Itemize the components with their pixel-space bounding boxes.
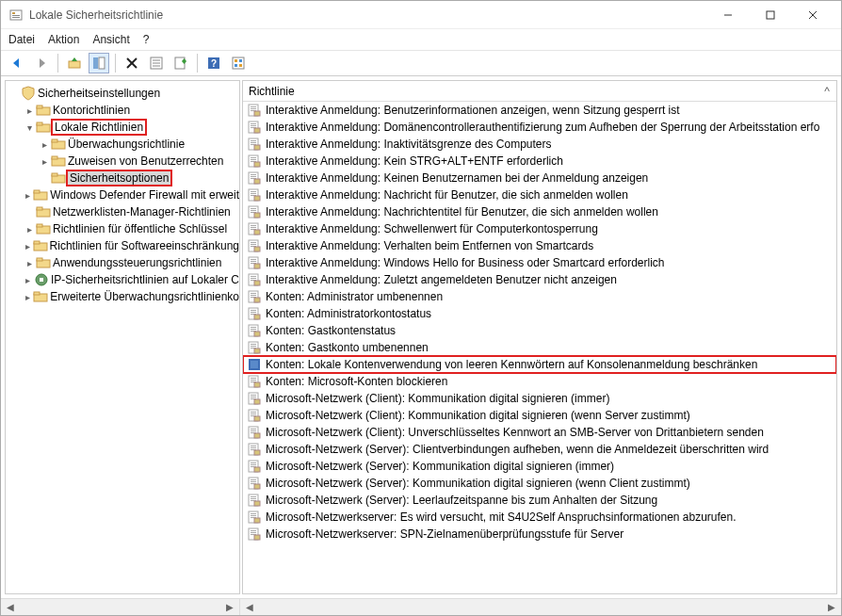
svg-rect-152 xyxy=(251,462,256,463)
list-row[interactable]: Interaktive Anmeldung: Schwellenwert für… xyxy=(243,220,836,237)
list-hscroll-left-icon[interactable]: ◀ xyxy=(242,599,257,614)
folder-icon xyxy=(51,137,66,152)
tree-item[interactable]: ▸Kontorichtlinien xyxy=(6,102,239,119)
list-row[interactable]: Konten: Gastkontenstatus xyxy=(243,322,836,339)
tree-hscroll-right-icon[interactable]: ▶ xyxy=(222,599,237,614)
list-row[interactable]: Microsoft-Netzwerk (Client): Kommunikati… xyxy=(243,407,836,424)
list-row[interactable]: Konten: Gastkonto umbenennen xyxy=(243,339,836,356)
tree-pane[interactable]: Sicherheitseinstellungen ▸Kontorichtlini… xyxy=(5,80,240,594)
list-row[interactable]: Microsoft-Netzwerk (Server): Kommunikati… xyxy=(243,475,836,492)
svg-rect-173 xyxy=(251,532,256,533)
list-row[interactable]: Interaktive Anmeldung: Nachrichtentitel … xyxy=(243,203,836,220)
tree-item[interactable]: ▸Überwachungsrichtlinie xyxy=(6,136,239,153)
list-pane[interactable]: Richtlinie ^ Interaktive Anmeldung: Benu… xyxy=(242,80,837,594)
list-row[interactable]: Interaktive Anmeldung: Domänencontroller… xyxy=(243,119,836,136)
list-row[interactable]: Microsoft-Netzwerk (Client): Unverschlüs… xyxy=(243,424,836,441)
policy-icon xyxy=(247,476,262,491)
list-row-label: Interaktive Anmeldung: Zuletzt angemelde… xyxy=(266,273,617,286)
back-button[interactable] xyxy=(7,53,27,73)
policy-icon xyxy=(247,442,262,457)
export-button[interactable] xyxy=(170,53,191,73)
list-row[interactable]: Interaktive Anmeldung: Zuletzt angemelde… xyxy=(243,271,836,288)
expander-icon[interactable]: ▾ xyxy=(23,122,36,133)
list-row[interactable]: Konten: Lokale Kontenverwendung von leer… xyxy=(243,356,836,373)
policy-icon xyxy=(247,103,262,118)
tree-item-label: Anwendungssteuerungsrichtlinien xyxy=(53,256,221,269)
tree-item[interactable]: ▸Anwendungssteuerungsrichtlinien xyxy=(6,254,239,271)
up-button[interactable] xyxy=(64,53,85,73)
forward-button[interactable] xyxy=(31,53,52,73)
list-row[interactable]: Microsoft-Netzwerk (Server): Kommunikati… xyxy=(243,458,836,475)
tree-item[interactable]: ▸Windows Defender Firewall mit erweit xyxy=(6,186,239,203)
tree-item[interactable]: ▾Lokale Richtlinien xyxy=(6,119,239,136)
svg-rect-140 xyxy=(254,416,260,421)
svg-rect-127 xyxy=(251,378,256,379)
list-row-label: Interaktive Anmeldung: Benutzerinformati… xyxy=(266,104,680,117)
list-row[interactable]: Microsoft-Netzwerk (Server): Leerlaufzei… xyxy=(243,492,836,509)
svg-rect-85 xyxy=(251,225,256,226)
list-row[interactable]: Interaktive Anmeldung: Keinen Benutzerna… xyxy=(243,170,836,186)
tree-hscroll-left-icon[interactable]: ◀ xyxy=(3,599,18,614)
list-row[interactable]: Interaktive Anmeldung: Inaktivitätsgrenz… xyxy=(243,136,836,153)
menu-help[interactable]: ? xyxy=(143,33,150,46)
maximize-button[interactable] xyxy=(749,1,791,29)
list-row[interactable]: Interaktive Anmeldung: Windows Hello for… xyxy=(243,254,836,271)
policy-icon xyxy=(247,272,262,287)
policy-icon xyxy=(247,357,262,372)
tree-item[interactable]: ▸Richtlinien für Softwareeinschränkung xyxy=(6,237,239,254)
list-row[interactable]: Microsoft-Netzwerkserver: Es wird versuc… xyxy=(243,509,836,526)
expander-icon[interactable]: ▸ xyxy=(38,156,51,167)
svg-rect-116 xyxy=(251,329,256,330)
policy-icon xyxy=(247,255,262,270)
list-row[interactable]: Konten: Microsoft-Konten blockieren xyxy=(243,373,836,390)
list-row[interactable]: Konten: Administratorkontostatus xyxy=(243,305,836,322)
menu-file[interactable]: Datei xyxy=(8,33,35,46)
list-row[interactable]: Interaktive Anmeldung: Verhalten beim En… xyxy=(243,237,836,254)
list-row[interactable]: Interaktive Anmeldung: Kein STRG+ALT+ENT… xyxy=(243,153,836,170)
expander-icon[interactable]: ▸ xyxy=(23,292,33,302)
tree-item-label: Sicherheitsoptionen xyxy=(68,171,170,185)
list-row[interactable]: Microsoft-Netzwerkserver: SPN-Zielnamenü… xyxy=(243,526,836,543)
column-richtlinie[interactable]: Richtlinie xyxy=(249,85,818,98)
svg-rect-42 xyxy=(34,241,40,244)
expander-icon[interactable]: ▸ xyxy=(23,258,36,268)
delete-button[interactable] xyxy=(121,53,142,73)
svg-rect-2 xyxy=(12,15,20,16)
list-row[interactable]: Microsoft-Netzwerk (Server): Clientverbi… xyxy=(243,441,836,458)
policy-icon xyxy=(247,527,262,542)
tree-root[interactable]: Sicherheitseinstellungen xyxy=(6,85,239,102)
list-hscroll-right-icon[interactable]: ▶ xyxy=(824,599,839,614)
list-row[interactable]: Microsoft-Netzwerk (Client): Kommunikati… xyxy=(243,390,836,407)
tree-item[interactable]: ▸Zuweisen von Benutzerrechten xyxy=(6,153,239,170)
list-row[interactable]: Konten: Administrator umbenennen xyxy=(243,288,836,305)
show-hide-tree-button[interactable] xyxy=(89,53,109,73)
expander-icon[interactable]: ▸ xyxy=(38,139,51,150)
tree-item[interactable]: ▸Richtlinien für öffentliche Schlüssel xyxy=(6,220,239,237)
svg-rect-162 xyxy=(251,496,256,497)
list-row[interactable]: Interaktive Anmeldung: Benutzerinformati… xyxy=(243,102,836,119)
expander-icon[interactable]: ▸ xyxy=(23,105,36,116)
policy-icon xyxy=(247,137,262,152)
expander-icon[interactable]: ▸ xyxy=(23,275,34,285)
tree-item[interactable]: Sicherheitsoptionen xyxy=(6,170,239,186)
expander-icon[interactable]: ▸ xyxy=(23,190,33,201)
refresh-button[interactable] xyxy=(228,53,249,73)
menu-action[interactable]: Aktion xyxy=(48,33,79,46)
expander-icon[interactable]: ▸ xyxy=(23,224,36,235)
svg-rect-95 xyxy=(251,259,256,260)
tree-item[interactable]: ▸IP-Sicherheitsrichtlinien auf Lokaler C xyxy=(6,271,239,288)
svg-rect-133 xyxy=(251,397,256,397)
close-button[interactable] xyxy=(791,1,834,29)
menu-view[interactable]: Ansicht xyxy=(92,33,129,46)
list-header[interactable]: Richtlinie ^ xyxy=(243,81,836,102)
tree-item[interactable]: ▸Erweiterte Überwachungsrichtlinienko xyxy=(6,288,239,305)
properties-button[interactable] xyxy=(146,53,167,73)
list-row[interactable]: Interaktive Anmeldung: Nachricht für Ben… xyxy=(243,186,836,203)
svg-rect-143 xyxy=(251,430,256,431)
tree-item[interactable]: Netzwerklisten-Manager-Richtlinien xyxy=(6,203,239,220)
minimize-button[interactable] xyxy=(706,1,749,29)
tree-item-label: Netzwerklisten-Manager-Richtlinien xyxy=(53,205,231,219)
help-button[interactable]: ? xyxy=(203,53,224,73)
svg-rect-9 xyxy=(93,57,98,69)
expander-icon[interactable]: ▸ xyxy=(23,241,33,251)
